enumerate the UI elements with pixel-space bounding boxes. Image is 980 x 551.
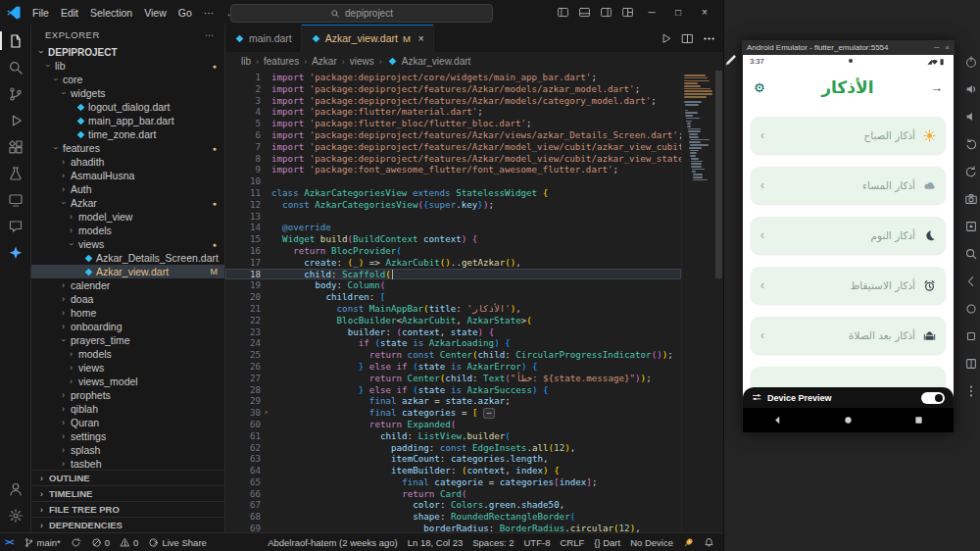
cursor-position[interactable]: Ln 18, Col 23 [403, 533, 468, 551]
emulator-minimize-icon[interactable]: ─ [934, 43, 940, 52]
emulator-titlebar[interactable]: Android Emulator - flutter_emulator:5554… [742, 40, 955, 55]
code-line[interactable]: 8import 'package:depiproject/features/Az… [225, 153, 681, 165]
live-share[interactable]: Live Share [143, 533, 211, 551]
copilot-icon[interactable] [0, 239, 30, 266]
emu-volume-down-icon[interactable] [964, 110, 978, 124]
notifications[interactable] [699, 533, 719, 551]
emu-home-icon[interactable] [964, 302, 978, 316]
tree-folder[interactable]: ›qiblah [31, 402, 224, 416]
customize-layout-icon[interactable] [617, 3, 638, 22]
run-debug-icon[interactable] [0, 107, 30, 133]
tree-file[interactable]: time_zone.dart [31, 127, 224, 141]
extensions-icon[interactable] [0, 133, 30, 160]
tree-folder[interactable]: ›prophets [31, 388, 224, 402]
device-preview-toggle[interactable] [921, 392, 945, 404]
code-line[interactable]: 11class AzkarCategoriesView extends Stat… [225, 187, 681, 199]
breadcrumb-item[interactable]: features [264, 56, 299, 67]
emu-rotate-left-icon[interactable] [964, 137, 978, 151]
tree-folder[interactable]: ›AsmaulHusna [31, 169, 224, 182]
chat-icon[interactable] [0, 213, 30, 239]
breadcrumb-item[interactable]: Azkar_view.dart [402, 56, 471, 67]
code-line[interactable]: 14 @override [225, 222, 681, 233]
section-dependencies[interactable]: ›DEPENDENCIES [31, 517, 224, 532]
code-line[interactable]: 60 return Expanded( [225, 419, 681, 430]
tree-folder[interactable]: ›features● [31, 141, 224, 155]
code-line[interactable]: 17 create: (_) => AzkarCubit()..getAzkar… [225, 257, 681, 269]
tree-folder[interactable]: ›Quran [31, 416, 224, 429]
editor-scrollbar[interactable] [714, 71, 723, 532]
code-line[interactable]: 13 [225, 211, 681, 223]
code-line[interactable]: 19 body: Column( [225, 279, 681, 291]
tree-folder[interactable]: ›views_model [31, 375, 224, 388]
emulator-close-icon[interactable]: × [945, 43, 950, 52]
code-line[interactable]: 16 return BlocProvider( [225, 245, 681, 257]
azkar-category-card[interactable]: ‹أذكار الصباح [751, 117, 946, 154]
tree-folder[interactable]: ›models [31, 224, 224, 237]
window-maximize-icon[interactable]: □ [665, 0, 691, 25]
tree-folder[interactable]: ›views● [31, 237, 224, 251]
code-line[interactable]: 67 color: Colors.green.shade50, [225, 499, 681, 511]
emu-overview-icon[interactable] [964, 329, 978, 343]
explorer-icon[interactable] [0, 27, 30, 54]
tree-folder[interactable]: ›model_view [31, 210, 224, 224]
menu-edit[interactable]: Edit [55, 5, 84, 21]
code-line[interactable]: 7import 'package:depiproject/features/Az… [225, 141, 681, 153]
more-actions-icon[interactable]: ⋯ [205, 29, 215, 40]
code-line[interactable]: 2import 'package:depiproject/features/Az… [225, 83, 681, 95]
code-line[interactable]: 1import 'package:depiproject/core/widget… [225, 72, 681, 83]
code-line[interactable]: 23 builder: (context, state) { [225, 326, 681, 338]
azkar-category-card[interactable]: ‹أذكار النوم [751, 217, 946, 254]
window-close-icon[interactable]: × [692, 0, 717, 25]
errors[interactable]: 0 [86, 533, 115, 551]
code-line[interactable]: 9import 'package:font_awesome_flutter/fo… [225, 164, 681, 175]
tree-folder[interactable]: ›tasbeh [31, 457, 224, 470]
testing-icon[interactable] [0, 160, 30, 186]
tree-folder[interactable]: ›onboarding [31, 320, 224, 333]
code-line[interactable]: 24 if (state is AzkarLoading) { [225, 337, 681, 349]
tree-folder[interactable]: ›core [31, 73, 224, 86]
menu-file[interactable]: File [26, 5, 55, 21]
scrollbar-thumb[interactable] [715, 71, 722, 278]
tab-Azkar_view.dart[interactable]: Azkar_view.dartM× [302, 25, 434, 52]
source-control-icon[interactable] [0, 80, 30, 107]
code-line[interactable]: 10 [225, 175, 681, 187]
command-center-search[interactable]: depiproject [230, 4, 493, 23]
window-minimize-icon[interactable]: ─ [639, 0, 664, 25]
split-editor-icon[interactable] [681, 32, 694, 45]
code-line[interactable]: 3import 'package:depiproject/features/Az… [225, 95, 681, 107]
emu-power-icon[interactable] [964, 55, 978, 69]
rocket[interactable] [678, 533, 699, 551]
code-line[interactable]: 65 final categorie = categories[index]; [225, 476, 681, 488]
code-line[interactable]: 21 const MainAppBar(title: 'الأذكار'), [225, 303, 681, 315]
device-selector[interactable]: No Device [625, 533, 678, 551]
tree-file[interactable]: main_app_bar.dart [31, 114, 224, 127]
emu-fold-icon[interactable] [964, 357, 978, 371]
azkar-category-card[interactable]: ‹أذكار الاستيقاظ [751, 267, 946, 304]
code-line[interactable]: 28 } else if (state is AzkarSuccess) { [225, 384, 681, 396]
code-line[interactable]: 29 final azkar = state.azkar; [225, 395, 681, 407]
breadcrumb[interactable]: lib›features›Azkar›views›Azkar_view.dart [225, 52, 723, 71]
breadcrumb-item[interactable]: Azkar [312, 56, 337, 67]
sync-changes[interactable] [66, 533, 86, 551]
tree-folder[interactable]: ›doaa [31, 292, 224, 306]
menu-overflow[interactable]: ··· [198, 5, 220, 21]
minimap[interactable] [681, 71, 714, 532]
tree-file[interactable]: Azkar_view.dartM [31, 265, 224, 278]
code-line[interactable]: 61 child: ListView.builder( [225, 430, 681, 442]
tree-folder[interactable]: ›views [31, 361, 224, 375]
code-line[interactable]: 30› final categories = [⋯ [225, 407, 681, 419]
settings-gear-icon[interactable]: ⚙ [754, 80, 765, 95]
code-line[interactable]: 18 child: Scaffold( [225, 269, 681, 280]
code-line[interactable]: 4import 'package:flutter/material.dart'; [225, 106, 681, 118]
code-line[interactable]: 5import 'package:flutter_bloc/flutter_bl… [225, 118, 681, 129]
menu-selection[interactable]: Selection [84, 5, 138, 21]
tab-main.dart[interactable]: main.dart [225, 25, 302, 52]
tree-folder[interactable]: ›models [31, 347, 224, 361]
project-root[interactable]: ›DEPIPROJECT [31, 45, 224, 59]
tree-file[interactable]: logout_dialog.dart [31, 100, 224, 114]
tree-file[interactable]: Azkar_Details_Screen.dart [31, 251, 224, 265]
emu-volume-up-icon[interactable] [964, 82, 978, 96]
emu-more-icon[interactable] [964, 384, 978, 398]
azkar-category-card[interactable]: ‹أذكار المساء [751, 167, 946, 204]
section-outline[interactable]: ›OUTLINE [31, 470, 224, 485]
